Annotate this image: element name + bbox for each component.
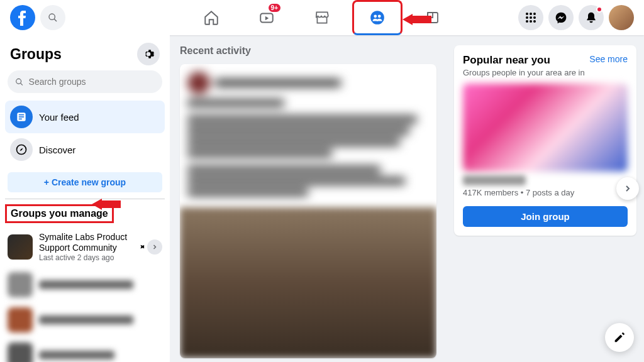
blurred-group-item — [5, 337, 165, 362]
search-icon — [48, 13, 58, 23]
svg-rect-8 — [428, 13, 433, 18]
messenger-icon — [555, 11, 567, 24]
svg-point-15 — [526, 20, 528, 23]
manage-section-header: Groups you manage — [5, 204, 165, 223]
header-actions — [518, 5, 634, 30]
sidebar-divider — [5, 199, 165, 199]
compose-fab[interactable] — [605, 323, 634, 352]
popular-title: Popular near you — [463, 54, 550, 67]
feed-post[interactable] — [180, 64, 436, 358]
svg-line-19 — [20, 83, 22, 85]
sidebar-search-input[interactable] — [29, 77, 155, 87]
grid-icon — [525, 12, 536, 23]
svg-point-10 — [530, 13, 532, 15]
svg-point-12 — [526, 16, 528, 19]
global-search-button[interactable] — [40, 5, 65, 30]
nav-home[interactable] — [186, 0, 236, 35]
top-header: 9+ — [0, 0, 644, 35]
group-name: Symalite Labs Product Support Community — [39, 232, 137, 253]
bell-icon — [585, 11, 597, 24]
svg-point-4 — [370, 11, 384, 25]
chevron-right-icon — [623, 184, 633, 194]
svg-point-5 — [374, 14, 377, 18]
messenger-button[interactable] — [548, 5, 574, 30]
nav-gaming[interactable] — [408, 0, 458, 35]
home-icon — [203, 9, 219, 26]
recent-activity-header: Recent activity — [180, 45, 436, 57]
notification-dot — [596, 6, 602, 13]
join-group-button[interactable]: Join group — [463, 206, 628, 227]
popular-subtitle: Groups people in your area are in — [463, 68, 628, 77]
svg-rect-21 — [19, 114, 24, 116]
sidebar: Groups Your feed Discover + Create new g… — [0, 35, 170, 362]
svg-point-17 — [533, 20, 536, 23]
svg-rect-23 — [19, 119, 22, 120]
group-actions — [137, 239, 162, 255]
gaming-icon — [425, 10, 440, 25]
chevron-right-icon — [151, 243, 158, 251]
menu-button[interactable] — [518, 5, 543, 30]
managed-group-item[interactable]: Symalite Labs Product Support Community … — [5, 227, 165, 267]
facebook-logo[interactable] — [10, 5, 35, 30]
groups-icon — [369, 9, 386, 26]
svg-point-14 — [533, 16, 536, 19]
suggested-group-meta: 417K members • 7 posts a day — [463, 188, 628, 197]
carousel-next-button[interactable] — [616, 177, 639, 200]
edit-icon — [613, 331, 626, 344]
settings-button[interactable] — [137, 43, 160, 65]
notifications-button[interactable] — [579, 5, 604, 30]
nav-groups[interactable] — [352, 0, 402, 35]
group-info: Symalite Labs Product Support Community … — [39, 232, 137, 262]
main-feed: Recent activity — [170, 35, 447, 362]
nav-tabs: 9+ — [186, 0, 458, 35]
nav-marketplace[interactable] — [297, 0, 347, 35]
feed-icon — [10, 106, 33, 128]
pin-icon[interactable] — [137, 243, 146, 251]
blurred-group-item — [5, 302, 165, 337]
suggested-group-name-blur — [463, 175, 526, 185]
gear-icon — [142, 48, 155, 60]
svg-point-6 — [378, 14, 381, 18]
create-group-button[interactable]: + Create new group — [8, 172, 162, 192]
search-icon — [15, 77, 24, 87]
group-thumbnail — [8, 234, 33, 260]
sidebar-header: Groups — [5, 43, 165, 70]
feed-label: Your feed — [39, 112, 79, 123]
post-image — [180, 207, 436, 358]
sidebar-item-discover[interactable]: Discover — [5, 133, 165, 166]
nav-watch[interactable]: 9+ — [242, 0, 292, 35]
svg-rect-22 — [19, 116, 24, 118]
sidebar-search[interactable] — [8, 70, 162, 93]
svg-point-11 — [533, 13, 536, 15]
right-rail: Popular near you See more Groups people … — [454, 35, 636, 236]
group-chevron-button[interactable] — [147, 239, 162, 255]
discover-label: Discover — [39, 145, 75, 155]
watch-badge: 9+ — [269, 4, 280, 12]
marketplace-icon — [314, 9, 330, 26]
svg-line-2 — [54, 19, 57, 21]
suggested-group-image[interactable] — [463, 84, 628, 172]
discover-icon — [10, 138, 33, 161]
svg-point-16 — [530, 20, 532, 23]
profile-avatar[interactable] — [609, 5, 634, 30]
svg-point-9 — [526, 13, 528, 15]
see-more-link[interactable]: See more — [589, 54, 628, 64]
group-meta: Last active 2 days ago — [39, 253, 137, 262]
sidebar-title: Groups — [10, 46, 62, 63]
svg-point-13 — [530, 16, 532, 19]
sidebar-item-feed[interactable]: Your feed — [5, 101, 165, 133]
svg-point-18 — [16, 79, 21, 84]
popular-card: Popular near you See more Groups people … — [454, 45, 636, 236]
blurred-group-item — [5, 267, 165, 302]
manage-section-label: Groups you manage — [5, 204, 114, 223]
svg-point-1 — [49, 14, 55, 19]
